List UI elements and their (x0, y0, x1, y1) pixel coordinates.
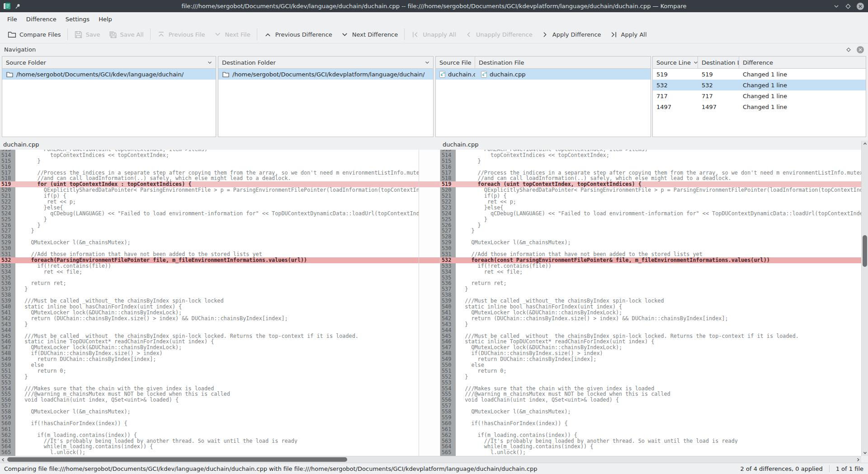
code-line: 553 (0, 380, 419, 386)
pin-icon[interactable] (14, 3, 21, 9)
code-line: 531 //Add those information that have no… (0, 251, 419, 257)
previous-difference-button[interactable]: Previous Difference (259, 27, 336, 42)
apply-all-icon (609, 30, 618, 39)
code-line: 548 if(DUChain::chainsByIndex.size() > i… (440, 351, 861, 356)
differences-list: 519 519 Changed 1 line 532 532 Changed 1… (653, 69, 866, 112)
line-number: 537 (0, 286, 15, 292)
horizontal-scrollbar-thumb[interactable] (7, 457, 347, 462)
destination-file-header-label: Destination File (479, 59, 524, 66)
save-button[interactable]: Save (70, 27, 104, 42)
code-line: 517 //Process the indices in a separate … (440, 170, 861, 176)
horizontal-scrollbar[interactable] (0, 456, 861, 463)
apply-all-button[interactable]: Apply All (605, 27, 651, 42)
line-number: 544 (0, 327, 15, 333)
code-line: 533 if(!ret.contains(file)) (440, 263, 861, 269)
menu-file[interactable]: File (3, 14, 22, 25)
difference-row[interactable]: 519 519 Changed 1 line (653, 69, 866, 80)
unapply-difference-button[interactable]: Unapply Difference (460, 27, 537, 42)
source-folder-header[interactable]: Source Folder (2, 57, 216, 68)
vertical-scrollbar-thumb[interactable] (863, 235, 867, 267)
code-line: 564 while(m_loading.contains(index)) { (440, 444, 861, 450)
scroll-down-icon[interactable] (862, 450, 868, 456)
source-file-header[interactable]: Source File (436, 57, 475, 68)
line-number: 531 (440, 251, 456, 257)
line-number: 546 (440, 339, 456, 345)
line-text: foreach (uint topContextIndex, topContex… (456, 181, 861, 187)
line-text: topContextIndices << topContextIndex; (456, 152, 861, 158)
line-number: 562 (0, 432, 15, 438)
code-line: 536 return ret; (440, 280, 861, 286)
sort-arrow-icon (208, 61, 212, 64)
line-number: 558 (0, 409, 15, 415)
line-text (456, 427, 861, 432)
line-number: 544 (440, 327, 456, 333)
toolbar-separator (67, 28, 68, 40)
diff-view: 513 FOREACH_FUNCTION(uint topContextInde… (0, 150, 868, 456)
compare-files-button[interactable]: Compare Files (4, 27, 65, 42)
diff-connector (419, 150, 440, 456)
code-line: 530 (440, 246, 861, 251)
code-line: 529 QMutexLocker l(&m_chainsMutex); (0, 240, 419, 246)
source-code-pane[interactable]: 513 FOREACH_FUNCTION(uint topContextInde… (0, 150, 419, 456)
code-line: 545 ///Must be called _without_ the chai… (0, 333, 419, 339)
line-text: ret << p; (456, 199, 861, 205)
line-number: 533 (0, 263, 15, 269)
scroll-right-icon[interactable] (855, 456, 861, 463)
maximize-button[interactable] (845, 3, 851, 9)
difference-value: Changed 1 line (739, 104, 866, 110)
source-line-value: 1497 (653, 104, 698, 110)
code-line: 563 //It's probably being loaded by anot… (440, 438, 861, 444)
menu-difference[interactable]: Difference (22, 14, 61, 25)
code-line: 546 static inline TopDUContext* readChai… (440, 339, 861, 345)
destination-line-header[interactable]: Destination Line (698, 57, 739, 68)
float-dock-icon[interactable] (846, 47, 851, 52)
toolbar-separator (257, 28, 257, 40)
source-line-header[interactable]: Source Line (653, 57, 698, 68)
scroll-left-icon[interactable] (0, 456, 6, 463)
destination-code-pane[interactable]: 513 FOREACH_FUNCTION(uint topContextInde… (440, 150, 861, 456)
code-line: 544 (0, 327, 419, 333)
save-label: Save (86, 31, 100, 38)
previous-file-button[interactable]: Previous File (153, 27, 209, 42)
code-line: 522 ret << p; (440, 199, 861, 205)
next-difference-button[interactable]: Next Difference (336, 27, 402, 42)
minimize-button[interactable] (833, 3, 840, 9)
code-line: 530 (0, 246, 419, 251)
unapply-all-button[interactable]: Unapply All (407, 27, 460, 42)
code-line: 551 return 0; (0, 368, 419, 374)
line-number: 543 (440, 322, 456, 327)
status-differences-count: 2 of 4 differences, 0 applied (741, 465, 823, 472)
code-line: 527 } (0, 228, 419, 234)
destination-file-header[interactable]: Destination File (475, 57, 651, 68)
menu-help[interactable]: Help (94, 14, 117, 25)
source-folder-row[interactable]: /home/sergobot/Documents/GCI/kdev/langua… (2, 69, 216, 80)
line-number: 536 (440, 280, 456, 286)
close-dock-icon[interactable] (857, 46, 864, 53)
scroll-up-icon[interactable] (862, 141, 868, 147)
line-text: if(p) { (456, 193, 861, 199)
vertical-scrollbar[interactable] (861, 141, 868, 456)
compare-files-label: Compare Files (19, 31, 61, 38)
line-number: 519 (0, 181, 15, 187)
line-number: 556 (0, 397, 15, 403)
difference-row[interactable]: 717 717 Changed 1 line (653, 90, 866, 101)
line-text: }else{ (15, 205, 419, 211)
destination-folder-header[interactable]: Destination Folder (218, 57, 433, 68)
destination-folder-row[interactable]: /home/sergobot/Documents/GCI/kdevplatfor… (218, 69, 433, 80)
close-button[interactable] (857, 3, 864, 10)
line-text: QMutexLocker lock(&DUChain::chainsByInde… (15, 310, 419, 316)
line-number: 533 (440, 263, 456, 269)
menu-settings[interactable]: Settings (61, 14, 94, 25)
difference-row[interactable]: 1497 1497 Changed 1 line (653, 101, 866, 112)
next-file-button[interactable]: Next File (209, 27, 255, 42)
save-all-button[interactable]: Save All (104, 27, 148, 42)
line-number: 548 (440, 351, 456, 356)
difference-row[interactable]: 532 532 Changed 1 line (653, 80, 866, 90)
difference-header[interactable]: Difference (739, 57, 866, 68)
unapply-all-icon (411, 30, 420, 39)
line-number: 558 (440, 409, 456, 415)
apply-difference-button[interactable]: Apply Difference (537, 27, 605, 42)
file-pair-row[interactable]: c duchain.c... c duchain.cpp (436, 69, 651, 80)
line-text: static inline bool hasChainForIndex(uint… (15, 304, 419, 310)
code-line: 560 if(!hasChainForIndex(index)) { (0, 421, 419, 427)
